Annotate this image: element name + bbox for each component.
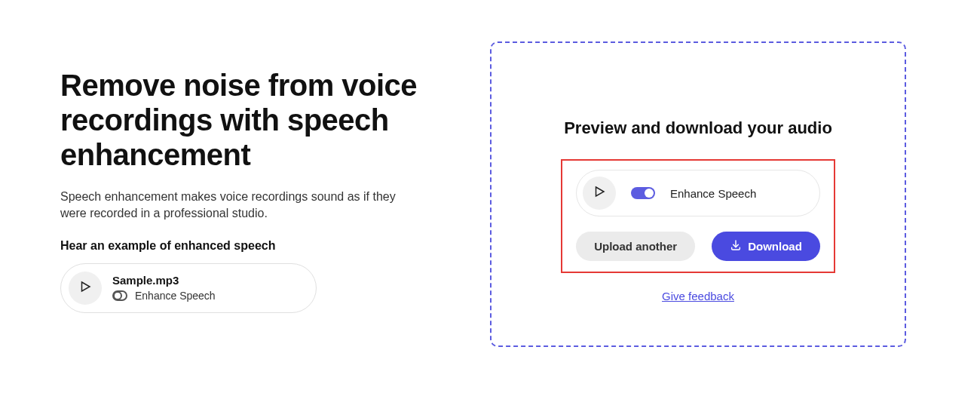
sample-enhance-toggle-label: Enhance Speech <box>135 290 216 302</box>
intro-column: Remove noise from voice recordings with … <box>60 41 445 347</box>
preview-play-button[interactable] <box>583 177 616 210</box>
preview-player: Enhance Speech <box>576 170 820 216</box>
example-label: Hear an example of enhanced speech <box>60 239 445 253</box>
action-buttons: Upload another Download <box>576 232 820 261</box>
download-button[interactable]: Download <box>712 232 820 261</box>
preview-panel: Preview and download your audio Enhance … <box>490 41 906 347</box>
page-subtext: Speech enhancement makes voice recording… <box>60 189 415 223</box>
preview-enhance-toggle[interactable] <box>631 187 655 199</box>
svg-marker-1 <box>596 187 605 196</box>
upload-another-button[interactable]: Upload another <box>576 232 695 261</box>
give-feedback-link[interactable]: Give feedback <box>662 290 734 302</box>
sample-info: Sample.mp3 Enhance Speech <box>112 274 216 302</box>
panel-title: Preview and download your audio <box>564 118 832 138</box>
download-icon <box>730 239 742 253</box>
sample-play-button[interactable] <box>69 272 102 305</box>
sample-player: Sample.mp3 Enhance Speech <box>60 263 317 313</box>
play-icon <box>593 185 606 201</box>
sample-filename: Sample.mp3 <box>112 274 216 287</box>
page-heading: Remove noise from voice recordings with … <box>60 68 445 172</box>
highlight-box: Enhance Speech Upload another Download <box>561 159 835 273</box>
svg-marker-0 <box>82 282 90 291</box>
preview-enhance-toggle-label: Enhance Speech <box>670 187 756 200</box>
sample-enhance-toggle[interactable] <box>112 290 127 301</box>
play-icon <box>78 280 92 296</box>
